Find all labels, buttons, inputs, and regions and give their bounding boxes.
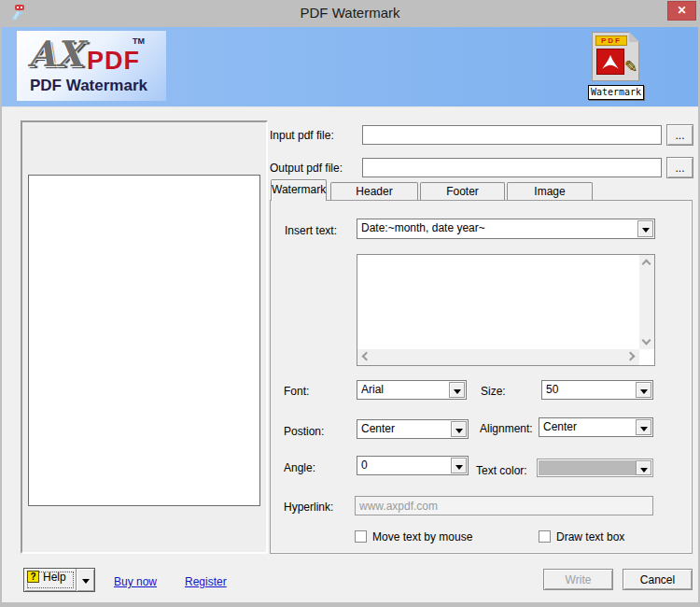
axpdf-logo: AX PDF TM PDF Watermark [17,31,166,101]
tab-watermark[interactable]: Watermark [271,179,327,201]
write-button[interactable]: Write [543,569,613,590]
help-button[interactable]: ? Help [23,568,95,592]
insert-text-value: Date:~month, date year~ [361,221,636,234]
angle-select[interactable]: 0 [357,456,469,475]
help-button-label: Help [43,571,66,584]
watermark-icon-caption: Watermark [588,85,644,100]
move-text-checkbox-label: Move text by mouse [372,530,472,543]
preview-page[interactable] [28,175,260,506]
output-pdf-label: Output pdf file: [270,162,343,175]
horizontal-scrollbar[interactable] [357,349,639,365]
chevron-down-icon[interactable] [636,460,651,475]
tab-header-watermark[interactable]: Header watermark [330,182,418,200]
pdf-strip-label: PDF [595,35,627,46]
chevron-down-icon[interactable] [449,382,465,398]
size-select[interactable]: 50 [541,380,653,400]
input-pdf-label: Input pdf file: [270,129,334,142]
window-title: PDF Watermark [2,5,698,21]
input-pdf-field[interactable] [362,125,662,145]
font-value: Arial [361,383,447,396]
pdf-watermark-window: PDF Watermark ✕ AX PDF TM PDF Watermark … [0,0,700,607]
close-icon[interactable]: ✕ [667,1,696,21]
chevron-down-icon[interactable] [637,220,653,237]
preview-panel [21,120,268,554]
alignment-select[interactable]: Center [539,417,653,437]
position-value: Center [361,422,449,435]
pdf-document-icon: PDF ✎ [592,32,639,81]
help-dropdown-button[interactable] [76,569,94,591]
page-fold-icon [629,32,639,42]
chevron-down-icon[interactable] [451,421,467,437]
chevron-down-icon[interactable] [451,458,467,473]
font-label: Font: [284,385,309,398]
color-swatch [539,460,636,475]
help-icon: ? [27,571,39,583]
logo-ax-text: AX [28,33,83,75]
text-color-select[interactable] [537,459,653,477]
insert-text-select[interactable]: Date:~month, date year~ [357,219,655,239]
insert-text-label: Insert text: [285,224,337,237]
cancel-button[interactable]: Cancel [623,569,693,590]
scroll-right-icon[interactable] [626,352,636,361]
buy-now-link[interactable]: Buy now [114,575,157,588]
draw-text-box-checkbox-label: Draw text box [556,530,624,543]
hyperlink-field[interactable] [355,496,653,515]
size-label: Size: [481,385,506,398]
pencil-icon: ✎ [624,57,637,77]
scroll-up-icon[interactable] [642,260,651,269]
angle-label: Angle: [284,461,315,474]
chevron-down-icon[interactable] [636,382,651,398]
move-text-checkbox[interactable] [355,530,367,543]
hyperlink-label: Hyperlink: [284,501,333,514]
size-value: 50 [546,383,634,396]
input-browse-button[interactable]: ... [666,124,693,146]
adobe-mark-icon [596,49,624,75]
position-label: Postion: [284,425,324,438]
angle-value: 0 [361,459,449,472]
scroll-down-icon[interactable] [642,336,651,346]
chevron-down-icon[interactable] [636,419,651,435]
logo-subtitle: PDF Watermark [30,77,147,95]
logo-tm-mark: TM [133,36,145,46]
output-pdf-field[interactable] [362,158,662,177]
font-select[interactable]: Arial [357,380,467,400]
tab-footer-watermark[interactable]: Footer watermark [420,182,505,200]
header-banner: AX PDF TM PDF Watermark PDF ✎ Watermark [2,27,698,107]
vertical-scrollbar[interactable] [639,255,654,349]
tab-image-watermark[interactable]: Image watermark [507,182,593,200]
logo-pdf-text: PDF [87,47,140,76]
title-bar[interactable]: PDF Watermark ✕ [2,0,698,27]
scroll-left-icon[interactable] [362,352,371,361]
draw-text-box-checkbox[interactable] [539,530,551,543]
output-browse-button[interactable]: ... [666,157,693,178]
position-select[interactable]: Center [357,419,469,439]
register-link[interactable]: Register [185,575,227,588]
text-color-label: Text color: [476,464,527,477]
alignment-label: Alignment: [480,422,533,435]
chevron-down-icon [82,579,90,584]
alignment-value: Center [543,420,634,433]
